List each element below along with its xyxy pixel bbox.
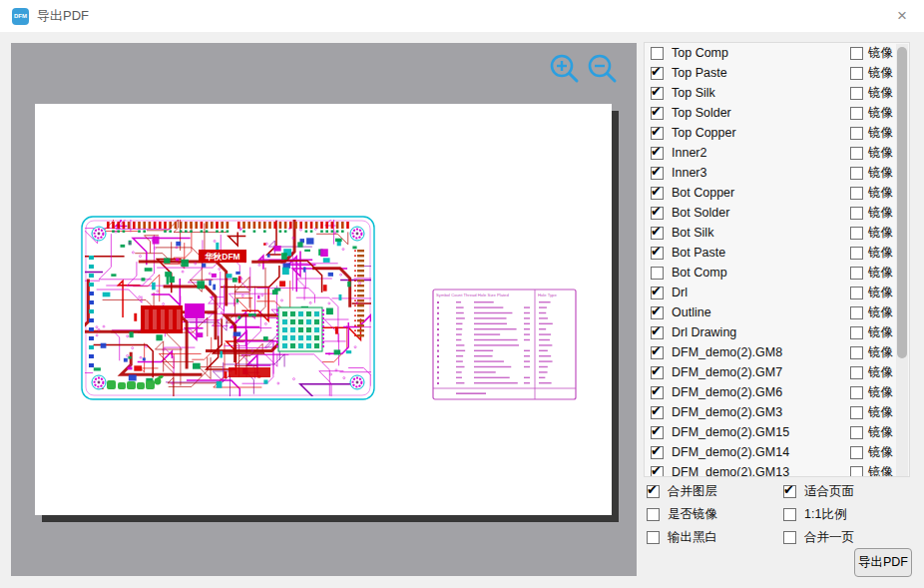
mirror-checkbox[interactable] <box>850 267 863 280</box>
scrollbar-thumb[interactable] <box>897 47 907 358</box>
layer-checkbox[interactable] <box>651 87 664 100</box>
option-label: 是否镜像 <box>668 506 717 523</box>
layer-checkbox[interactable] <box>651 386 664 399</box>
option-checkbox[interactable] <box>647 531 660 544</box>
layer-checkbox[interactable] <box>651 326 664 339</box>
mirror-label: 镜像 <box>868 145 893 162</box>
mirror-checkbox[interactable] <box>850 227 863 240</box>
mirror-label: 镜像 <box>868 404 893 421</box>
mirror-label: 镜像 <box>868 125 893 142</box>
mirror-label: 镜像 <box>868 265 893 282</box>
option-checkbox[interactable] <box>783 531 796 544</box>
layer-checkbox[interactable] <box>651 426 664 439</box>
layer-checkbox[interactable] <box>651 207 664 220</box>
mirror-label: 镜像 <box>868 324 893 341</box>
layer-row: Bot Comp 镜像 <box>645 263 909 283</box>
mirror-checkbox[interactable] <box>850 326 863 339</box>
layer-name: DFM_demo(2).GM3 <box>672 405 782 419</box>
layer-checkbox[interactable] <box>651 167 664 180</box>
mirror-checkbox[interactable] <box>850 87 863 100</box>
mirror-checkbox[interactable] <box>850 346 863 359</box>
mirror-checkbox[interactable] <box>850 426 863 439</box>
layer-row: Drl 镜像 <box>645 283 909 302</box>
layer-name: Drl <box>672 286 688 299</box>
option-row: 是否镜像 <box>647 503 717 526</box>
layer-checkbox[interactable] <box>651 227 664 240</box>
svg-text:华秋DFM: 华秋DFM <box>204 252 239 262</box>
layer-checkbox[interactable] <box>651 446 664 459</box>
layer-rows: Top Comp 镜像 Top Paste 镜像 Top Silk 镜像 Top… <box>645 43 909 477</box>
layer-row: Inner2 镜像 <box>645 143 909 163</box>
mirror-label: 镜像 <box>868 364 893 381</box>
layer-checkbox[interactable] <box>651 466 664 478</box>
layer-row: DFM_demo(2).GM14 镜像 <box>645 442 909 462</box>
layer-row: Top Silk 镜像 <box>645 83 909 103</box>
layer-checkbox[interactable] <box>651 127 664 140</box>
layer-checkbox[interactable] <box>651 267 664 280</box>
layer-checkbox[interactable] <box>651 107 664 120</box>
pcb-board-preview: 华秋DFM <box>81 216 375 400</box>
mirror-checkbox[interactable] <box>850 47 863 60</box>
mirror-label: 镜像 <box>868 45 893 62</box>
layer-checkbox[interactable] <box>651 47 664 60</box>
close-icon[interactable]: × <box>890 4 914 28</box>
export-pdf-button[interactable]: 导出PDF <box>854 548 912 577</box>
mirror-label: 镜像 <box>868 384 893 401</box>
layer-list-scrollbar <box>896 44 908 477</box>
option-row: 合并图层 <box>647 480 717 503</box>
layer-name: Inner2 <box>672 146 706 160</box>
layer-name: Drl Drawing <box>672 325 736 339</box>
mirror-checkbox[interactable] <box>850 67 863 80</box>
mirror-checkbox[interactable] <box>850 466 863 478</box>
zoom-in-icon[interactable] <box>546 51 582 87</box>
mirror-checkbox[interactable] <box>850 107 863 120</box>
mirror-checkbox[interactable] <box>850 247 863 260</box>
layer-checkbox[interactable] <box>651 406 664 419</box>
option-checkbox[interactable] <box>783 485 796 498</box>
mirror-checkbox[interactable] <box>850 386 863 399</box>
layer-checkbox[interactable] <box>651 67 664 80</box>
layer-list: Top Comp 镜像 Top Paste 镜像 Top Silk 镜像 Top… <box>644 42 910 477</box>
option-checkbox[interactable] <box>783 508 796 521</box>
mirror-checkbox[interactable] <box>850 306 863 319</box>
preview-canvas: 华秋DFM Symbol Count Thread Hole Size Plat… <box>11 43 637 576</box>
layer-checkbox[interactable] <box>651 366 664 379</box>
mirror-checkbox[interactable] <box>850 406 863 419</box>
dialog-title: 导出PDF <box>37 7 89 25</box>
mirror-checkbox[interactable] <box>850 366 863 379</box>
pdf-page-preview: 华秋DFM Symbol Count Thread Hole Size Plat… <box>35 104 612 515</box>
mirror-checkbox[interactable] <box>850 287 863 299</box>
mirror-label: 镜像 <box>868 65 893 82</box>
layer-checkbox[interactable] <box>651 247 664 260</box>
mirror-label: 镜像 <box>868 245 893 262</box>
mirror-label: 镜像 <box>868 304 893 321</box>
option-label: 1:1比例 <box>804 506 846 523</box>
mirror-checkbox[interactable] <box>850 147 863 160</box>
layer-checkbox[interactable] <box>651 287 664 299</box>
layer-name: Bot Copper <box>672 186 734 200</box>
mirror-label: 镜像 <box>868 85 893 102</box>
mirror-checkbox[interactable] <box>850 187 863 200</box>
layer-name: Top Silk <box>672 86 715 100</box>
option-checkbox[interactable] <box>647 485 660 498</box>
layer-checkbox[interactable] <box>651 346 664 359</box>
mirror-checkbox[interactable] <box>850 167 863 180</box>
layer-row: Bot Paste 镜像 <box>645 243 909 263</box>
option-checkbox[interactable] <box>647 508 660 521</box>
option-label: 合并图层 <box>668 483 717 500</box>
mirror-label: 镜像 <box>868 225 893 242</box>
mirror-checkbox[interactable] <box>850 207 863 220</box>
layer-checkbox[interactable] <box>651 187 664 200</box>
layer-name: Bot Silk <box>672 226 713 240</box>
option-row: 输出黑白 <box>647 526 717 549</box>
mirror-checkbox[interactable] <box>850 127 863 140</box>
drill-table: Symbol Count Thread Hole Size PlatedHole… <box>432 289 577 400</box>
layer-name: Top Paste <box>672 66 727 80</box>
layer-checkbox[interactable] <box>651 147 664 160</box>
layer-row: Top Comp 镜像 <box>645 43 909 63</box>
layer-name: DFM_demo(2).GM6 <box>672 385 782 399</box>
layer-checkbox[interactable] <box>651 306 664 319</box>
zoom-out-icon[interactable] <box>584 51 620 87</box>
option-row: 合并一页 <box>783 526 854 549</box>
mirror-checkbox[interactable] <box>850 446 863 459</box>
